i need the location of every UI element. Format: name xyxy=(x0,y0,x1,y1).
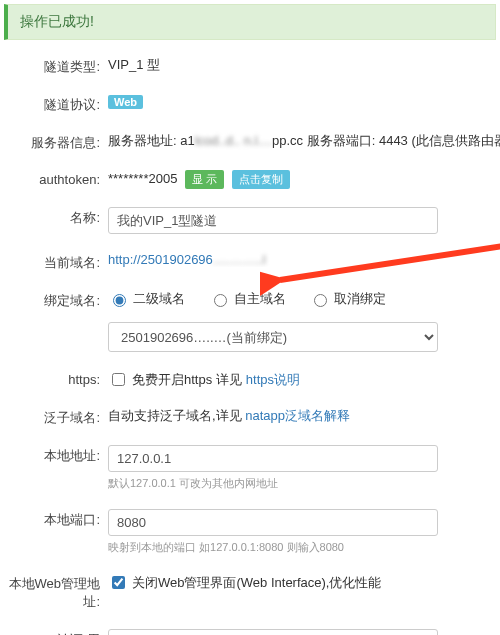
row-bind-domain-select: 2501902696…..…(当前绑定) xyxy=(0,320,500,352)
https-checkbox-text: 免费开启https 详见 xyxy=(132,371,242,389)
row-authtoken: authtoken: ********2005 显 示 点击复制 xyxy=(0,168,500,189)
row-local-port: 本地端口: 映射到本地的端口 如127.0.0.1:8080 则输入8080 xyxy=(0,507,500,555)
local-addr-input[interactable] xyxy=(108,445,438,472)
web-mgmt-checkbox-text: 关闭Web管理界面(Web Interface),优化性能 xyxy=(132,574,381,592)
row-wildcard: 泛子域名: 自动支持泛子域名,详见 natapp泛域名解释 xyxy=(0,405,500,427)
bind-domain-radio-group: 二级域名 自主域名 取消绑定 xyxy=(108,290,500,310)
web-mgmt-checkbox[interactable] xyxy=(112,576,125,589)
label-https: https: xyxy=(0,368,108,387)
label-bind-domain: 绑定域名: xyxy=(0,288,108,310)
radio-self-domain-input[interactable] xyxy=(214,294,227,307)
row-tunnel-type: 隧道类型: VIP_1 型 xyxy=(0,54,500,76)
label-tunnel-proto: 隧道协议: xyxy=(0,92,108,114)
success-banner: 操作已成功! xyxy=(4,4,496,40)
row-web-mgmt: 本地Web管理地址: 关闭Web管理界面(Web Interface),优化性能 xyxy=(0,571,500,611)
row-server-info: 服务器信息: 服务器地址: a1lcod..d.. n.l....pp.cc 服… xyxy=(0,130,500,152)
https-help-link[interactable]: https说明 xyxy=(246,371,300,389)
value-authtoken: ********2005 xyxy=(108,171,177,186)
copy-button[interactable]: 点击复制 xyxy=(232,170,290,189)
radio-cancel-bind[interactable]: 取消绑定 xyxy=(309,290,386,308)
radio-second-level-label: 二级域名 xyxy=(133,290,185,308)
radio-cancel-bind-label: 取消绑定 xyxy=(334,290,386,308)
radio-cancel-bind-input[interactable] xyxy=(314,294,327,307)
wildcard-text: 自动支持泛子域名,详见 xyxy=(108,408,245,423)
row-name: 名称: xyxy=(0,205,500,234)
label-wildcard: 泛子域名: xyxy=(0,405,108,427)
label-authtoken: authtoken: xyxy=(0,168,108,187)
http-user-input[interactable] xyxy=(108,629,438,635)
row-local-addr: 本地地址: 默认127.0.0.1 可改为其他内网地址 xyxy=(0,443,500,491)
row-bind-domain: 绑定域名: 二级域名 自主域名 取消绑定 xyxy=(0,288,500,310)
local-addr-help: 默认127.0.0.1 可改为其他内网地址 xyxy=(108,476,500,491)
name-input[interactable] xyxy=(108,207,438,234)
radio-self-domain-label: 自主域名 xyxy=(234,290,286,308)
server-addr-suffix: pp.cc 服务器端口: 4443 (此信息供路由器插件 xyxy=(272,133,500,148)
row-current-domain: 当前域名: http://2501902696.………..l xyxy=(0,250,500,272)
radio-second-level[interactable]: 二级域名 xyxy=(108,290,185,308)
label-server-info: 服务器信息: xyxy=(0,130,108,152)
row-http-user: http base 认证 用户名: http basic 认证,访问的时候,可以… xyxy=(0,627,500,635)
server-addr-prefix: 服务器地址: a1 xyxy=(108,133,195,148)
value-tunnel-type: VIP_1 型 xyxy=(108,54,500,74)
domain-prefix: http://2501902696 xyxy=(108,252,213,267)
wildcard-link[interactable]: natapp泛域名解释 xyxy=(245,408,350,423)
badge-web: Web xyxy=(108,95,143,109)
radio-second-level-input[interactable] xyxy=(113,294,126,307)
label-tunnel-type: 隧道类型: xyxy=(0,54,108,76)
label-current-domain: 当前域名: xyxy=(0,250,108,272)
row-https: https: 免费开启https 详见 https说明 xyxy=(0,368,500,389)
local-port-help: 映射到本地的端口 如127.0.0.1:8080 则输入8080 xyxy=(108,540,500,555)
https-checkbox[interactable] xyxy=(112,373,125,386)
label-local-addr: 本地地址: xyxy=(0,443,108,465)
success-text: 操作已成功! xyxy=(20,13,94,29)
radio-self-domain[interactable]: 自主域名 xyxy=(209,290,286,308)
value-server-info: 服务器地址: a1lcod..d.. n.l....pp.cc 服务器端口: 4… xyxy=(108,130,500,150)
label-http-user: http base 认证 用户名: xyxy=(0,627,108,635)
label-web-mgmt: 本地Web管理地址: xyxy=(0,571,108,611)
label-name: 名称: xyxy=(0,205,108,227)
current-domain-link[interactable]: http://2501902696.………..l xyxy=(108,252,266,267)
bind-domain-select[interactable]: 2501902696…..…(当前绑定) xyxy=(108,322,438,352)
row-tunnel-proto: 隧道协议: Web xyxy=(0,92,500,114)
domain-blur: .………..l xyxy=(213,252,266,267)
show-button[interactable]: 显 示 xyxy=(185,170,224,189)
label-local-port: 本地端口: xyxy=(0,507,108,529)
server-addr-blur: lcod..d.. n.l.... xyxy=(195,133,272,148)
local-port-input[interactable] xyxy=(108,509,438,536)
